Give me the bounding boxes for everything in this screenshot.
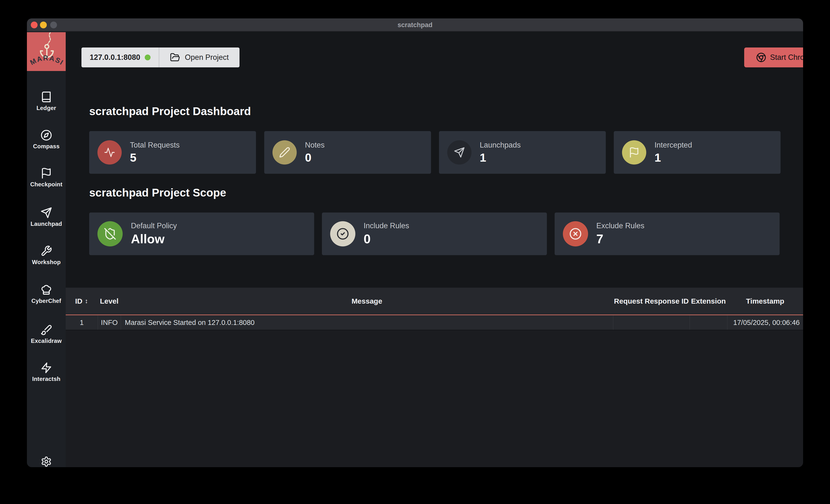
scope-card-default-policy: Default Policy Allow (89, 212, 314, 255)
sidebar: MARASI Ledger Compass Checkpoint Launchp… (27, 32, 66, 467)
zap-icon (40, 362, 52, 374)
start-chrome-button[interactable]: Start Chrome (744, 47, 803, 67)
proxy-address-button[interactable]: 127.0.0.1:8080 (82, 47, 159, 67)
column-header-request-response-id[interactable]: Request Response ID (613, 288, 690, 314)
stat-label: Intercepted (655, 141, 692, 149)
send-icon (447, 140, 472, 165)
scope-value: Allow (131, 232, 177, 246)
stat-card-intercepted: Intercepted 1 (614, 131, 780, 174)
window-title: scratchpad (27, 19, 803, 32)
scope-value: 0 (363, 232, 409, 246)
stat-card-total-requests: Total Requests 5 (89, 131, 256, 174)
stat-value: 1 (655, 151, 692, 164)
column-header-message[interactable]: Message (121, 288, 613, 314)
marasi-logo: MARASI (27, 32, 66, 71)
scope-card-include-rules: Include Rules 0 (322, 212, 547, 255)
cell-timestamp: 17/05/2025, 00:06:46 (727, 315, 803, 330)
cell-id: 1 (66, 315, 98, 330)
stat-card-launchpads: Launchpads 1 (439, 131, 606, 174)
scope-card-exclude-rules: Exclude Rules 7 (555, 212, 779, 255)
sidebar-item-label: Workshop (27, 259, 66, 266)
scope-label: Exclude Rules (596, 222, 644, 230)
column-header-id[interactable]: ID ↕ (66, 288, 98, 314)
settings-button[interactable] (27, 456, 66, 467)
sidebar-item-label: Launchpad (27, 221, 66, 227)
proxy-status-dot (145, 55, 151, 60)
stat-label: Total Requests (130, 141, 180, 149)
scope-label: Include Rules (363, 222, 409, 230)
sidebar-item-label: Compass (27, 143, 66, 150)
sidebar-item-cyberchef[interactable]: CyberChef (27, 284, 66, 304)
sidebar-item-excalidraw[interactable]: Excalidraw (27, 324, 66, 344)
log-table-header: ID ↕ Level Message Request Response ID E… (66, 288, 803, 315)
stat-label: Launchpads (480, 141, 521, 149)
brush-icon (40, 324, 52, 336)
stat-value: 5 (130, 151, 180, 164)
sidebar-item-label: Ledger (27, 105, 66, 111)
sidebar-item-label: Excalidraw (27, 338, 66, 344)
main-content: 127.0.0.1:8080 Open Project Start Chrome… (66, 32, 803, 467)
desktop-background: scratchpad MARASI (0, 0, 830, 504)
flag-icon (40, 167, 52, 179)
sidebar-item-launchpad[interactable]: Launchpad (27, 207, 66, 227)
sidebar-item-checkpoint[interactable]: Checkpoint (27, 167, 66, 188)
sidebar-item-label: CyberChef (27, 298, 66, 304)
cell-extension (690, 315, 727, 330)
chrome-icon (756, 52, 766, 63)
cell-level: INFO (98, 315, 121, 330)
send-icon (40, 207, 52, 219)
folder-open-icon (170, 52, 180, 63)
cell-message: Marasi Service Started on 127.0.0.1:8080 (121, 315, 613, 330)
scope-value: 7 (596, 232, 644, 246)
cell-request-response-id (613, 315, 690, 330)
sidebar-item-interactsh[interactable]: Interactsh (27, 362, 66, 382)
wrench-icon (40, 245, 52, 257)
stat-card-notes: Notes 0 (264, 131, 431, 174)
sidebar-item-label: Checkpoint (27, 181, 66, 188)
logo-text: MARASI (29, 54, 65, 67)
log-table: ID ↕ Level Message Request Response ID E… (66, 288, 803, 467)
open-project-label: Open Project (185, 53, 229, 62)
sidebar-item-label: Interactsh (27, 376, 66, 382)
chef-hat-icon (40, 284, 52, 296)
scope-label: Default Policy (131, 222, 177, 230)
app-window: scratchpad MARASI (27, 19, 803, 467)
svg-text:MARASI: MARASI (29, 54, 65, 67)
table-row[interactable]: 1 INFO Marasi Service Started on 127.0.0… (66, 315, 803, 330)
start-chrome-label: Start Chrome (770, 53, 803, 62)
scope-title: scratchpad Project Scope (89, 186, 226, 199)
gear-icon (41, 456, 52, 467)
pencil-icon (273, 140, 297, 165)
circle-x-icon (563, 221, 588, 246)
shield-off-icon (97, 221, 123, 246)
column-header-timestamp[interactable]: Timestamp (727, 288, 803, 314)
column-header-extension[interactable]: Extension (690, 288, 727, 314)
open-project-button[interactable]: Open Project (159, 47, 240, 67)
column-header-level[interactable]: Level (98, 288, 121, 314)
sort-icon[interactable]: ↕ (85, 297, 88, 305)
activity-icon (97, 140, 122, 165)
stat-value: 0 (305, 151, 325, 164)
circle-check-icon (330, 221, 355, 246)
dashboard-title: scratchpad Project Dashboard (89, 105, 251, 118)
anchor-icon: MARASI (27, 32, 66, 71)
flag-icon (622, 140, 646, 165)
sidebar-item-workshop[interactable]: Workshop (27, 245, 66, 266)
sidebar-item-compass[interactable]: Compass (27, 129, 66, 150)
proxy-control: 127.0.0.1:8080 Open Project (82, 47, 240, 67)
proxy-address: 127.0.0.1:8080 (90, 53, 140, 62)
compass-icon (40, 129, 52, 141)
stat-label: Notes (305, 141, 325, 149)
book-icon (40, 91, 52, 103)
title-bar[interactable]: scratchpad (27, 19, 803, 32)
sidebar-item-ledger[interactable]: Ledger (27, 91, 66, 111)
stat-value: 1 (480, 151, 521, 164)
